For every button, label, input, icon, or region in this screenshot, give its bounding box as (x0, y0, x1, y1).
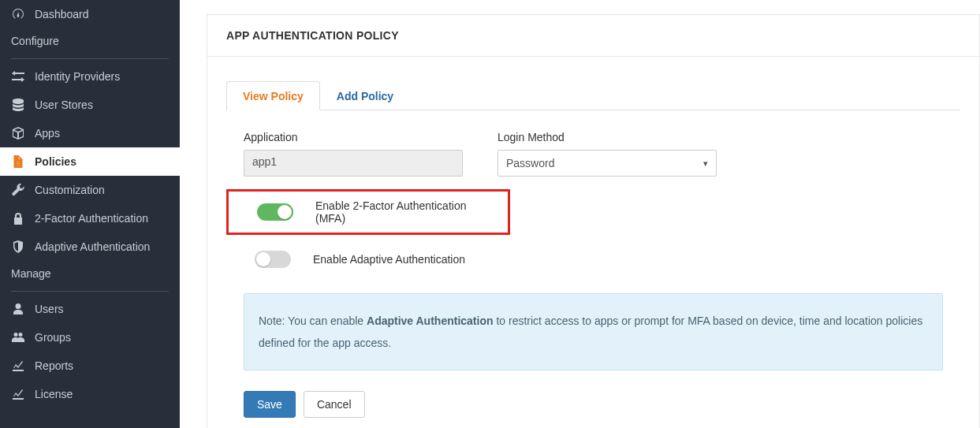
users-icon (11, 331, 25, 344)
mfa-toggle-label: Enable 2-Factor Authentication (MFA) (315, 199, 490, 225)
dashboard-icon (11, 8, 25, 20)
login-method-value: Password (506, 157, 554, 169)
sidebar-divider (11, 291, 169, 292)
box-icon (11, 127, 25, 140)
sidebar-item-policies[interactable]: Policies (0, 147, 180, 176)
sidebar-item-label: Identity Providers (35, 70, 120, 83)
info-note: Note: You can enable Adaptive Authentica… (244, 293, 943, 370)
sidebar-item-label: License (35, 388, 73, 400)
lock-icon (11, 212, 25, 225)
adaptive-toggle[interactable] (255, 251, 291, 268)
sidebar-item-user-stores[interactable]: User Stores (0, 91, 180, 119)
note-bold: Adaptive Authentication (367, 314, 494, 327)
tab-view-policy[interactable]: View Policy (226, 81, 320, 110)
sidebar-item-groups[interactable]: Groups (0, 323, 180, 352)
chart-icon (11, 388, 25, 400)
cancel-button[interactable]: Cancel (304, 391, 365, 418)
sidebar: Dashboard Configure Identity Providers U… (0, 0, 180, 428)
mfa-toggle-row: Enable 2-Factor Authentication (MFA) (226, 189, 510, 235)
application-input: app1 (244, 150, 463, 177)
tab-add-policy[interactable]: Add Policy (320, 81, 410, 110)
sidebar-item-license[interactable]: License (0, 380, 180, 408)
panel-header: APP AUTHENTICATION POLICY (207, 14, 980, 57)
sidebar-item-2fa[interactable]: 2-Factor Authentication (0, 204, 180, 233)
file-icon (11, 155, 25, 168)
sidebar-item-label: Dashboard (35, 8, 89, 20)
application-label: Application (244, 131, 463, 143)
wrench-icon (11, 184, 25, 196)
sidebar-item-apps[interactable]: Apps (0, 119, 180, 147)
tabs: View Policy Add Policy (226, 80, 960, 110)
mfa-toggle[interactable] (257, 203, 293, 221)
adaptive-toggle-row: Enable Adaptive Authentication (226, 244, 960, 274)
sidebar-item-label: Users (35, 303, 64, 315)
sidebar-item-label: Customization (35, 184, 105, 196)
stack-icon (11, 99, 25, 111)
chart-icon (11, 359, 25, 372)
adaptive-toggle-label: Enable Adaptive Authentication (313, 253, 465, 266)
panel-title: APP AUTHENTICATION POLICY (226, 29, 960, 42)
sidebar-item-label: Policies (35, 155, 76, 168)
login-method-select[interactable]: Password (497, 150, 717, 177)
user-icon (11, 303, 25, 315)
sidebar-item-users[interactable]: Users (0, 295, 180, 323)
sidebar-item-reports[interactable]: Reports (0, 352, 180, 380)
login-method-label: Login Method (497, 131, 717, 143)
sidebar-divider (11, 58, 169, 59)
sidebar-item-identity-providers[interactable]: Identity Providers (0, 62, 180, 91)
save-button[interactable]: Save (244, 391, 296, 418)
sidebar-section-manage-label: Manage (0, 261, 180, 286)
sidebar-item-customization[interactable]: Customization (0, 176, 180, 204)
note-text-prefix: Note: You can enable (259, 314, 367, 327)
sidebar-item-label: Apps (35, 127, 60, 140)
sidebar-section-configure-label: Configure (0, 28, 180, 54)
sidebar-item-adaptive-auth[interactable]: Adaptive Authentication (0, 233, 180, 261)
sidebar-item-label: Reports (35, 359, 73, 372)
sidebar-item-label: 2-Factor Authentication (35, 212, 148, 225)
sidebar-item-label: User Stores (35, 99, 93, 111)
sidebar-item-dashboard[interactable]: Dashboard (0, 0, 180, 28)
sidebar-item-label: Adaptive Authentication (35, 240, 150, 253)
arrows-icon (11, 70, 25, 83)
main-content: APP AUTHENTICATION POLICY View Policy Ad… (180, 0, 980, 428)
shield-icon (11, 240, 25, 253)
sidebar-item-label: Groups (35, 331, 71, 344)
